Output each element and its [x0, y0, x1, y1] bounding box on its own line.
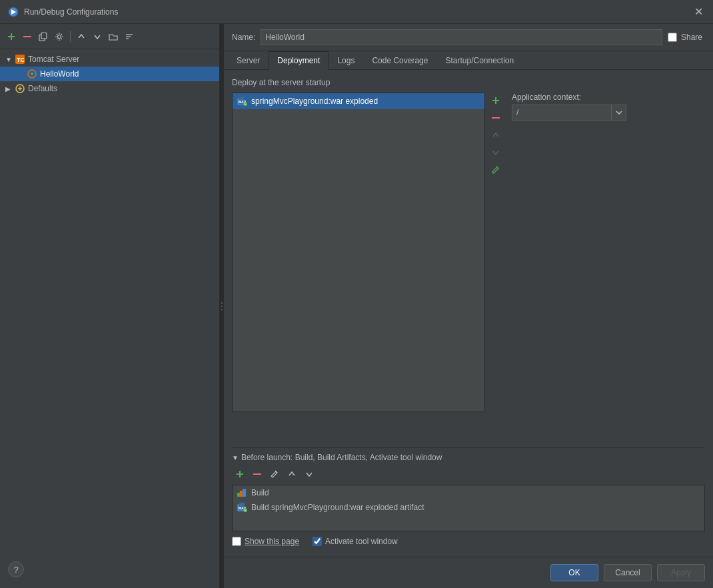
- show-page-row: Show this page: [232, 537, 299, 546]
- deploy-section-label: Deploy at the server startup: [232, 78, 705, 87]
- helloworld-icon: [27, 69, 37, 79]
- svg-text:TC: TC: [17, 57, 25, 63]
- show-page-checkbox[interactable]: [232, 537, 241, 546]
- expand-arrow: ▼: [5, 56, 15, 63]
- left-toolbar: [0, 24, 219, 49]
- app-context-label: Application context:: [512, 93, 640, 102]
- before-launch-item-build[interactable]: Build: [233, 485, 704, 500]
- deploy-add-button[interactable]: [488, 93, 504, 109]
- tomcat-group-label: Tomcat Server: [28, 55, 79, 64]
- app-context-input[interactable]: [512, 105, 612, 121]
- tree-item-tomcat-group[interactable]: ▼ TC Tomcat Server: [0, 52, 219, 67]
- defaults-label: Defaults: [28, 84, 57, 93]
- share-label: Share: [681, 33, 702, 42]
- splitter-handle: [221, 302, 223, 310]
- activate-window-row: Activate tool window: [313, 537, 398, 546]
- deploy-item-label: springMvcPlayground:war exploded: [251, 97, 378, 106]
- deploy-list-area: WAR E springMvcPlayground:war exploded: [232, 93, 485, 441]
- svg-point-14: [31, 73, 33, 75]
- deploy-edit-button[interactable]: [488, 162, 504, 178]
- show-page-label: Show this page: [245, 537, 299, 546]
- tree-item-helloworld[interactable]: HelloWorld: [0, 67, 219, 81]
- sort-button[interactable]: [122, 29, 137, 44]
- name-label: Name:: [232, 33, 255, 42]
- build-icon: [237, 487, 247, 498]
- separator: [70, 31, 71, 42]
- close-button[interactable]: ✕: [692, 5, 705, 19]
- war-exploded-icon: WAR E: [237, 96, 247, 107]
- deploy-list: WAR E springMvcPlayground:war exploded: [232, 93, 485, 412]
- share-row: Share: [668, 33, 705, 42]
- before-launch-list: Build WAR E Build springMvc: [232, 485, 705, 531]
- before-launch-toggle[interactable]: ▼: [232, 454, 239, 461]
- before-launch-header: ▼ Before launch: Build, Build Artifacts,…: [232, 453, 705, 462]
- app-context-input-row: [512, 105, 640, 121]
- deploy-side-buttons: [488, 93, 504, 441]
- tab-logs[interactable]: Logs: [329, 51, 363, 70]
- cancel-button[interactable]: Cancel: [604, 564, 652, 581]
- footer: OK Cancel Apply: [224, 557, 713, 588]
- artifact-label: Build springMvcPlayground:war exploded a…: [251, 503, 424, 512]
- svg-point-7: [58, 35, 61, 38]
- deploy-remove-button[interactable]: [488, 110, 504, 126]
- tab-server[interactable]: Server: [228, 51, 269, 70]
- before-launch-toolbar: [232, 466, 705, 482]
- move-up-button[interactable]: [74, 29, 89, 44]
- move-down-button[interactable]: [90, 29, 105, 44]
- tab-deployment[interactable]: Deployment: [269, 51, 329, 70]
- deploy-list-item[interactable]: WAR E springMvcPlayground:war exploded: [233, 93, 484, 109]
- ok-button[interactable]: OK: [550, 564, 598, 581]
- dialog-title: Run/Debug Configurations: [24, 7, 692, 17]
- before-launch-up-button[interactable]: [284, 466, 300, 482]
- share-checkbox[interactable]: [668, 33, 677, 42]
- before-launch-remove-button[interactable]: [249, 466, 265, 482]
- before-launch-title: Before launch: Build, Build Artifacts, A…: [241, 453, 442, 462]
- defaults-icon: [15, 83, 25, 94]
- tree-item-defaults[interactable]: ▶ Defaults: [0, 81, 219, 96]
- add-config-button[interactable]: [4, 29, 19, 44]
- svg-rect-32: [243, 489, 246, 497]
- settings-button[interactable]: [52, 29, 67, 44]
- folder-button[interactable]: [106, 29, 121, 44]
- right-panel: Name: Share Server Deployment Logs Code …: [224, 24, 713, 588]
- title-bar: Run/Debug Configurations ✕: [0, 0, 713, 24]
- build-label: Build: [251, 488, 269, 497]
- name-input[interactable]: [261, 29, 662, 45]
- app-icon: [8, 7, 19, 17]
- tab-startup[interactable]: Startup/Connection: [436, 51, 522, 70]
- before-launch-down-button[interactable]: [301, 466, 317, 482]
- before-launch-section: ▼ Before launch: Build, Build Artifacts,…: [232, 447, 705, 549]
- deploy-down-button[interactable]: [488, 145, 504, 160]
- activate-window-label: Activate tool window: [325, 537, 398, 546]
- expand-arrow-defaults: ▶: [5, 85, 15, 93]
- before-launch-item-artifact[interactable]: WAR E Build springMvcPlayground:war expl…: [233, 500, 704, 515]
- remove-config-button[interactable]: [20, 29, 35, 44]
- tabs-bar: Server Deployment Logs Code Coverage Sta…: [224, 51, 713, 70]
- deployment-area: WAR E springMvcPlayground:war exploded: [232, 93, 705, 441]
- artifact-build-icon: WAR E: [237, 502, 247, 513]
- tab-coverage[interactable]: Code Coverage: [363, 51, 436, 70]
- config-tree: ▼ TC Tomcat Server: [0, 49, 219, 588]
- name-row: Name: Share: [224, 24, 713, 51]
- app-context-area: Application context:: [506, 93, 640, 441]
- app-context-dropdown[interactable]: [612, 105, 626, 121]
- apply-button[interactable]: Apply: [657, 564, 705, 581]
- tomcat-icon: TC: [15, 54, 25, 65]
- main-layout: ▼ TC Tomcat Server: [0, 24, 713, 588]
- left-panel: ▼ TC Tomcat Server: [0, 24, 220, 588]
- deploy-up-button[interactable]: [488, 127, 504, 143]
- activate-window-checkbox[interactable]: [313, 537, 322, 546]
- helloworld-label: HelloWorld: [40, 69, 79, 79]
- help-button[interactable]: ?: [8, 561, 24, 577]
- svg-rect-6: [41, 33, 47, 39]
- before-launch-edit-button[interactable]: [267, 466, 283, 482]
- bottom-checkboxes: Show this page Activate tool window: [232, 531, 705, 549]
- tab-content-deployment: Deploy at the server startup WAR: [224, 70, 713, 557]
- copy-config-button[interactable]: [36, 29, 51, 44]
- before-launch-add-button[interactable]: [232, 466, 248, 482]
